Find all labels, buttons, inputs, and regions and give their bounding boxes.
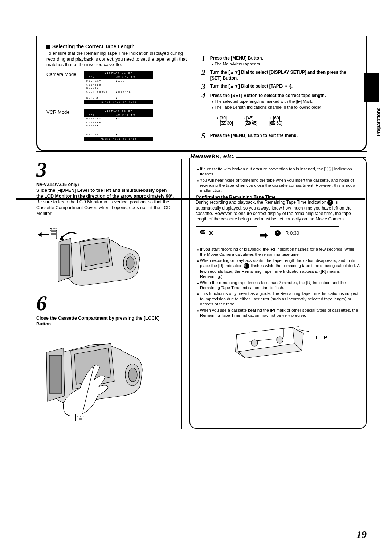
cassette-icon bbox=[270, 121, 275, 125]
model-restriction: NV-VZ14/VZ15 only) bbox=[36, 182, 79, 187]
upper-section-box: Selecting the Correct Tape Length To ens… bbox=[36, 36, 367, 151]
osd-row: RETURN bbox=[86, 97, 116, 100]
svg-rect-6 bbox=[61, 245, 70, 276]
osd-row: DISPLAY bbox=[86, 80, 116, 82]
remark-bullet: This function is only meant as a guide. … bbox=[199, 291, 360, 307]
box-icon bbox=[316, 336, 322, 339]
display-before: 30 bbox=[196, 226, 257, 244]
cassette-icon bbox=[221, 121, 226, 125]
sub-heading: Confirming the Remaining Tape Time bbox=[196, 195, 360, 200]
svg-line-21 bbox=[299, 330, 309, 332]
side-tab-label: Preparations bbox=[376, 108, 381, 136]
display-value: 30 bbox=[208, 230, 213, 236]
svg-point-18 bbox=[251, 340, 258, 346]
osd-menu-vcr: DISPLAY SETUP TAPE30 ▶45 60 DISPLAY▶ALL … bbox=[84, 109, 153, 141]
step-text: Press the [MENU] Button to exit the menu… bbox=[210, 133, 298, 138]
camera-mode-label: Camera Mode bbox=[46, 72, 80, 108]
svg-rect-20 bbox=[295, 325, 299, 327]
remark-bullet: If a cassette with broken out erasure pr… bbox=[199, 166, 360, 177]
svg-point-8 bbox=[126, 257, 134, 269]
tape-val: 60] bbox=[276, 121, 282, 126]
step-text: Press the [MENU] Button. bbox=[210, 56, 263, 61]
manual-page: Preparations Selecting the Correct Tape … bbox=[0, 0, 392, 555]
circled-number-icon: 4 bbox=[327, 200, 333, 206]
step-text: Be sure to keep the LCD Monitor in its v… bbox=[36, 199, 171, 216]
camera-illustration-open: ◀OPEN bbox=[36, 220, 145, 289]
osd-menu-camera: DISPLAY SETUP TAPE30 ▶45 60 DISPLAY▶ALL … bbox=[84, 71, 153, 104]
p-mark-label: P bbox=[324, 335, 327, 340]
circled-number-icon: 4 bbox=[275, 230, 281, 236]
side-black-tab bbox=[364, 73, 379, 102]
step-sub: The selected tape length is marked with … bbox=[213, 99, 356, 104]
cassette-icon bbox=[246, 121, 251, 125]
osd-row-tape: TAPE bbox=[86, 113, 116, 116]
step-text: Close the Cassette Compartment by pressi… bbox=[36, 316, 160, 327]
svg-text:◀OPEN: ◀OPEN bbox=[50, 227, 57, 230]
tape-order-diagram: ➝ [30] ➝ [45] ➝ [60] — [30] [45] [60] bbox=[211, 113, 356, 128]
step-number: 2 bbox=[201, 69, 210, 77]
osd-footer: PRESS MENU TO EXIT bbox=[84, 137, 153, 141]
osd-title: DISPLAY SETUP bbox=[84, 71, 153, 75]
osd-row: SELF SHOOT bbox=[86, 90, 116, 93]
intro-paragraph: To ensure that the Remaining Tape Time I… bbox=[46, 51, 194, 68]
osd-row-tape: TAPE bbox=[86, 76, 116, 78]
remark-bullet: When you use a cassette bearing the [P] … bbox=[199, 308, 360, 318]
section-heading: Selecting the Correct Tape Length bbox=[52, 44, 135, 49]
page-number: 19 bbox=[356, 529, 367, 540]
step-text: Slide the [◀OPEN] Lever to the left and … bbox=[36, 188, 174, 199]
cassette-icon bbox=[200, 230, 205, 234]
step-number: 1 bbox=[201, 54, 210, 62]
big-step-number: 3 bbox=[36, 159, 174, 180]
step-number: 4 bbox=[201, 92, 210, 100]
display-value: R 0:30 bbox=[285, 230, 299, 236]
big-step-number: 6 bbox=[36, 293, 174, 314]
step-number: 3 bbox=[201, 82, 210, 90]
divider-rule bbox=[36, 151, 367, 152]
osd-row: COUNTER RESET▶ bbox=[86, 121, 116, 127]
remarks-heading: Remarks, etc. bbox=[190, 152, 237, 160]
tape-val: 45] bbox=[252, 121, 258, 126]
remark-bullet: When recording or playback starts, the T… bbox=[199, 258, 360, 279]
remark-bullet: If you start recording or playback, the … bbox=[199, 247, 360, 257]
circled-number-icon: 4 bbox=[244, 263, 249, 269]
remark-bullet: You will hear noise of tightening the ta… bbox=[199, 178, 360, 193]
osd-title: DISPLAY SETUP bbox=[84, 109, 153, 113]
remark-bullet: When the remaining tape time is less tha… bbox=[199, 280, 360, 291]
vcr-mode-label: VCR Mode bbox=[46, 109, 80, 145]
confirm-paragraph: During recording and playback, the Remai… bbox=[196, 200, 360, 222]
lock-label: LOCK bbox=[77, 415, 84, 418]
osd-row: COUNTER RESET▶ bbox=[86, 84, 116, 89]
osd-row: DISPLAY bbox=[86, 117, 116, 120]
lock-callout: LOCK ≡≡ bbox=[75, 414, 86, 421]
svg-rect-9 bbox=[49, 355, 62, 393]
remarks-panel: Remarks, etc. If a cassette with broken … bbox=[189, 158, 367, 429]
step-sub: The Main-Menu appears. bbox=[213, 61, 356, 66]
tape-val: [60] bbox=[273, 116, 280, 121]
cassette-diagram: P bbox=[196, 321, 360, 363]
svg-point-11 bbox=[128, 368, 137, 382]
osd-row: RETURN bbox=[86, 133, 116, 136]
arrow-right-icon: ➡ bbox=[260, 229, 268, 241]
tape-val: 30] bbox=[227, 121, 233, 126]
tape-val: [45] bbox=[246, 116, 254, 121]
step-text: Turn the [▲▼] Dial to select [DISPLAY SE… bbox=[210, 70, 346, 81]
step-text: Turn the [▲▼] Dial to select [TAPE⬚⬚]. bbox=[210, 84, 293, 89]
step-text: Press the [SET] Button to select the cor… bbox=[210, 93, 326, 98]
osd-footer: PRESS MENU TO EXIT bbox=[84, 100, 153, 104]
display-after: 4R 0:30 bbox=[270, 226, 339, 244]
step-sub: The Tape Length Indications change in th… bbox=[213, 105, 356, 110]
svg-point-19 bbox=[277, 337, 283, 343]
camera-illustration-lock: LOCK ≡≡ bbox=[36, 331, 145, 425]
tape-val: [30] bbox=[220, 116, 227, 121]
step-number: 5 bbox=[201, 132, 210, 140]
